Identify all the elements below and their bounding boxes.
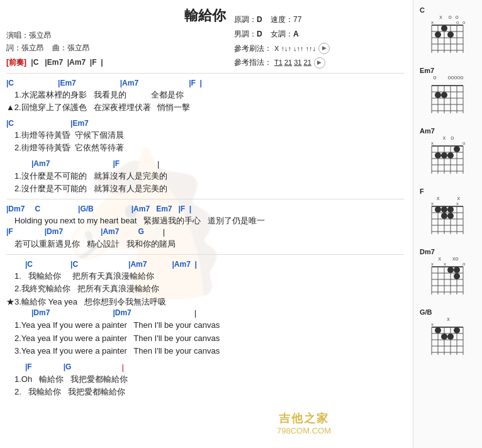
artist-info: 演唱：張立昂 詞：張立昂 曲：張立昂 xyxy=(6,29,404,55)
chord-mutes-Am7: xo xyxy=(443,135,454,141)
lyric-canvas-2: 2.Yea yea If you were a painter Then I'l… xyxy=(6,332,404,345)
svg-point-95 xyxy=(447,333,454,340)
chord-C-b: C xyxy=(35,204,40,213)
original-key-label: 原調： xyxy=(234,15,257,24)
lyric-o2: 2. 我輸給你 我把愛都輸給你 xyxy=(6,386,125,398)
key-tempo-row: 原調：D 速度：77 xyxy=(234,13,330,27)
lyric-row-1b: ▲2.回憶穿上了保護色 在深夜裡埋伏著 悄悄一擊 xyxy=(6,101,404,114)
chord-Em7-1: |Em7 xyxy=(58,79,76,87)
lyric-outro-2: 2. 我輸給你 我把愛都輸給你 xyxy=(6,386,404,398)
bridge: |Dm7 C |G/B |Am7 Em7 |F | Holding you ne… xyxy=(6,204,404,250)
svg-point-12 xyxy=(441,25,447,31)
performer-label: 演唱： xyxy=(6,31,29,40)
composer-value: 張立昂 xyxy=(67,43,90,52)
strum-label: 參考刷法： xyxy=(234,42,272,56)
svg-point-94 xyxy=(441,333,447,340)
bar-c2: | xyxy=(194,308,196,318)
chord-Em7-b: Em7 xyxy=(156,204,172,213)
chord-F-o: |F xyxy=(25,362,32,371)
song-title: 輸給你 xyxy=(184,8,226,23)
lyric-3b: 2.沒什麼是不可能的 就算沒有人是完美的 xyxy=(6,182,167,195)
chord-row-1: |C |Em7 |Am7 |F | xyxy=(6,79,404,87)
chord-C-c1a: |C xyxy=(25,260,33,269)
svg-text:o: o xyxy=(456,20,459,25)
lyric-b2: 若可以重新遇見你 精心設計 我和你的賭局 xyxy=(6,238,176,250)
lyric-canvas-1: 1.Yea yea If you were a painter Then I'l… xyxy=(6,319,404,332)
svg-point-13 xyxy=(447,31,454,38)
chord-diagram-sidebar: C xoo o xyxy=(413,0,482,448)
chord-diagram-Am7: Am7 xo x o xyxy=(417,127,478,176)
female-key-label: 女調： xyxy=(271,30,293,38)
lyric-1b: ▲2.回憶穿上了保護色 在深夜裡埋伏著 悄悄一擊 xyxy=(6,101,190,114)
watermark: 吉他之家 798COM.COM xyxy=(277,411,331,435)
verse2: |C |Em7 1.街燈等待黃昏 守候下個清晨 2.街燈等待黃昏 它依然等待著 xyxy=(6,119,404,154)
chord-F-b2: |F xyxy=(6,227,13,236)
svg-point-11 xyxy=(435,31,441,38)
fingerpicking-row: 參考指法： T1 21 31 21 ▶ xyxy=(234,55,330,70)
svg-text:x: x xyxy=(431,141,434,146)
chord-row-b1: |Dm7 C |G/B |Am7 Em7 |F | xyxy=(6,204,404,213)
strum-row: 參考刷法： X ↑↓↑ ↓↑↑ ↑↑↓ ▶ xyxy=(234,42,330,56)
lyric-canvas3: 3.Yea yea If you were a painter Then I'l… xyxy=(6,345,220,357)
tempo-label: 速度： xyxy=(271,15,293,24)
performer-value: 張立昂 xyxy=(29,31,52,40)
lyric-row-1a: 1.水泥叢林裡的身影 我看見的 全都是你 xyxy=(6,89,404,101)
fingerpicking-label: 參考指法： xyxy=(234,55,272,70)
svg-point-60 xyxy=(447,206,454,213)
chord-label-Em7: Em7 xyxy=(420,67,434,74)
chord-mutes-Dm7: xxo xyxy=(438,255,458,262)
chord-Am7-1: |Am7 xyxy=(120,79,138,87)
prelude-label: [前奏] xyxy=(6,58,26,67)
lyric-c1: 1. 我輸給你 把所有天真浪漫輸給你 xyxy=(6,270,154,283)
svg-text:o: o xyxy=(462,141,466,146)
divider3 xyxy=(6,254,404,255)
lyric-bridge-1: Holding you next to my heart beat 緊握過我的手… xyxy=(6,215,404,227)
chord-G-o: |G xyxy=(64,362,72,371)
lyric-bridge-2: 若可以重新遇見你 精心設計 我和你的賭局 xyxy=(6,238,404,250)
svg-text:o: o xyxy=(462,262,466,267)
chord-grid-Em7 xyxy=(427,81,469,116)
chord-label-Am7: Am7 xyxy=(420,127,435,135)
chord-grid-F: x x xyxy=(427,201,469,237)
lyric-row-3b: 2.沒什麼是不可能的 就算沒有人是完美的 xyxy=(6,182,404,195)
chord-diagram-Dm7: Dm7 xxo x x o xyxy=(417,248,478,297)
gender-key-row: 男調：D 女調：A xyxy=(234,27,330,42)
composer-label: 曲： xyxy=(52,43,67,52)
fingerpicking-play-button[interactable]: ▶ xyxy=(314,57,325,69)
lyric-2a: 1.街燈等待黃昏 守候下個清晨 xyxy=(6,129,124,142)
svg-text:x: x xyxy=(456,201,459,206)
chord-C-c1b: |C xyxy=(70,260,78,269)
lyric-o1: 1.Oh 輸給你 我把愛都輸給你 xyxy=(6,373,128,386)
chord-label-F: F xyxy=(420,188,424,195)
chord-grid-Dm7: x x o xyxy=(427,262,469,297)
svg-point-44 xyxy=(435,152,441,159)
lyricist-label: 詞： xyxy=(6,43,21,52)
lyricist-value: 張立昂 xyxy=(21,43,44,52)
fingerpicking-value: T1 21 31 21 xyxy=(274,56,311,69)
strum-play-button[interactable]: ▶ xyxy=(318,43,330,54)
chord-row-c1: |C |C |Am7 |Am7 | xyxy=(6,260,404,269)
chord-G-b2: G xyxy=(138,227,143,236)
tempo-value: 77 xyxy=(293,15,301,24)
chord-row-2: |C |Em7 xyxy=(6,119,404,128)
chord-Am7-c1b: |Am7 | xyxy=(172,260,196,269)
chord-Dm7-b2: |Dm7 xyxy=(45,227,63,236)
svg-text:x: x xyxy=(431,262,434,267)
svg-point-29 xyxy=(441,92,447,98)
chord-Am7-c1a: |Am7 xyxy=(128,260,147,269)
chord-label-GB: G/B xyxy=(420,308,432,316)
chord-mutes-F: xx xyxy=(437,195,460,201)
chord-Dm7-c2b: |Dm7 xyxy=(113,308,131,317)
male-key-label: 男調： xyxy=(234,30,257,38)
chord-F-3: |F xyxy=(113,159,120,168)
svg-point-76 xyxy=(454,267,460,273)
chord-C-1: |C xyxy=(6,79,14,87)
lyric-row-3a: 1.沒什麼是不可能的 就算沒有人是完美的 xyxy=(6,170,404,182)
svg-point-96 xyxy=(454,327,460,333)
chord-Am7-3: |Am7 xyxy=(31,159,50,168)
chord-row-b2: |F |Dm7 |Am7 G | xyxy=(6,227,404,237)
chord-F-1: |F | xyxy=(189,79,202,87)
divider1 xyxy=(6,73,404,74)
chord-C-2: |C xyxy=(6,119,14,128)
prelude-chords: |C |Em7 |Am7 |F | xyxy=(31,58,103,67)
